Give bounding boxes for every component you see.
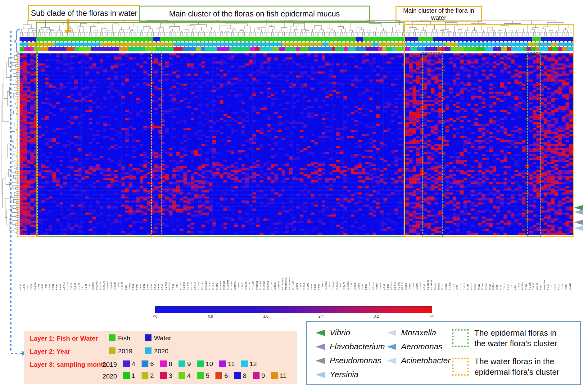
bar-segment-m8: [344, 47, 348, 51]
genus-name: Acinetobacter: [401, 356, 450, 365]
genus-name: Yersinia: [330, 370, 359, 379]
column-label: 7 7m2: [176, 236, 180, 290]
column-label: 11 7mS1: [118, 236, 121, 290]
column-label: 4 4m3: [45, 236, 49, 290]
bar-segment-m9: [410, 47, 417, 51]
column-label: uren024bw: [544, 236, 547, 290]
bar-segment-n3: [507, 47, 511, 51]
column-label: 11 7mM3: [332, 236, 336, 290]
bar-segment-m12: [567, 47, 573, 51]
column-label: 8 8m1: [143, 236, 147, 290]
bar-segment-n11: [536, 47, 539, 51]
column-label: 01 t2mL2: [209, 236, 212, 290]
bar-segment-m12: [539, 47, 548, 51]
column-label: 6-2 32zi: [522, 236, 525, 290]
column-label: 03 t2mS2: [220, 236, 224, 290]
genus-legend-item: Moraxella: [387, 328, 436, 337]
column-label: 9 6m1: [362, 236, 365, 290]
bar-segment-m8: [296, 47, 300, 51]
column-label: 11 7mL2: [329, 236, 332, 290]
column-label: 5-2 6m2: [369, 236, 373, 290]
column-label: 03 12mS2: [103, 236, 107, 290]
column-label: 8 3m2: [151, 236, 154, 290]
column-label: 6-2 6m3: [183, 236, 187, 290]
layer3-label: Layer 3: sampling month: [30, 361, 107, 368]
bar-segment-m10: [285, 47, 296, 51]
column-label: 9 8m2: [136, 236, 140, 290]
column-label: 6-2 22zi: [529, 236, 533, 290]
bar-separator-dashes: [20, 46, 573, 47]
column-label: 9 6m2: [365, 236, 369, 290]
column-label: 12 9m3: [300, 236, 303, 290]
bar-segment-m6: [355, 47, 366, 51]
bar-separator-dashes: [20, 41, 573, 43]
bar-segment-m6: [201, 47, 205, 51]
fish-cluster-title: Main cluster of the floras on fish epide…: [169, 9, 340, 18]
bar-segment-m8: [378, 47, 382, 51]
layer1-label: Layer 1: Fish or Water: [30, 335, 98, 342]
bar-segment-n4: [450, 47, 464, 51]
bar-segment-n9: [558, 47, 562, 51]
column-label: 09 river: [438, 236, 442, 290]
genus-legend-item: Flavobacterium: [315, 342, 385, 351]
bar-segment-n3: [255, 47, 260, 51]
column-label: 6-2 t2i: [558, 236, 562, 290]
column-label: 11-2 a1: [70, 236, 74, 290]
bar-segment-m12: [485, 47, 493, 51]
column-label: 11 9m1: [303, 236, 307, 290]
column-label: 01 t2mM1: [263, 236, 267, 290]
month-swatch-pair: 1: [123, 372, 135, 379]
column-label: 1 tzi: [81, 236, 85, 290]
column-label: 01 t2mM3: [231, 236, 234, 290]
column-label: 9 9m1: [311, 236, 314, 290]
column-label: 12 2zi: [562, 236, 565, 290]
genus-triangle-icon: [315, 358, 325, 364]
bar-segment-n3: [174, 47, 183, 51]
column-label: 02 t1zi: [441, 236, 445, 290]
column-label: 6 4m2: [56, 236, 60, 290]
month-swatch-pair: 10: [197, 360, 213, 368]
bar-segment-m12: [392, 47, 396, 51]
column-label: 9 2zi: [27, 236, 30, 290]
bar-segment-m12: [511, 47, 523, 51]
month-swatch-pair: 12: [241, 360, 257, 368]
bar-segment-m9: [348, 47, 355, 51]
genus-triangle-icon: [315, 372, 325, 378]
months-2019-swatches: 4689101112: [123, 360, 261, 368]
column-label: 5-2 7m2: [394, 236, 398, 290]
layers-brace-icon: [13, 29, 21, 54]
column-label: 4-2 tzi: [460, 236, 464, 290]
bar-segment-m6: [308, 47, 332, 51]
column-label: 11 7mS3: [114, 236, 118, 290]
column-label: 06 3zi: [478, 236, 482, 290]
genus-legend-item: Vibrio: [315, 328, 350, 337]
bar-segment-n9: [27, 47, 30, 51]
column-label: 01 t2m3: [212, 236, 216, 290]
bar-segment-n6: [548, 47, 552, 51]
month-swatch-pair: 4: [179, 372, 191, 379]
heatmap-canvas: [20, 53, 573, 235]
column-label: 6 2zi: [514, 236, 518, 290]
year-2020-swatch: [145, 347, 152, 354]
month-swatch-pair: 8: [160, 360, 172, 368]
column-label: 5-2 t2i: [507, 236, 511, 290]
column-label: 12 7mS1: [340, 236, 343, 290]
column-label: 11-2 m2: [34, 236, 38, 290]
bar-segment-m11: [405, 47, 410, 51]
column-label: 01 t2m1: [216, 236, 220, 290]
column-label: 11 7mS2: [121, 236, 125, 290]
column-label: 10 6m2: [376, 236, 380, 290]
subclade-title: Sub clade of the floras in water: [31, 9, 137, 18]
genus-name: Aeromonas: [401, 342, 442, 351]
column-label: 6 3zi: [540, 236, 544, 290]
bar-segment-m10: [335, 47, 344, 51]
month-swatch-pair: 3: [160, 372, 172, 379]
subclade-title-box: Sub clade of the floras in water: [28, 5, 140, 21]
colorbar: [155, 306, 432, 313]
water-swatch-label: Water: [154, 334, 171, 342]
column-label: 03 12mS1: [100, 236, 103, 290]
bar-segment-m8: [30, 47, 34, 51]
column-label: 02 t1mL2: [205, 236, 209, 290]
column-label: 6-2 9m1: [398, 236, 402, 290]
dashed-box-icon: [452, 329, 469, 347]
